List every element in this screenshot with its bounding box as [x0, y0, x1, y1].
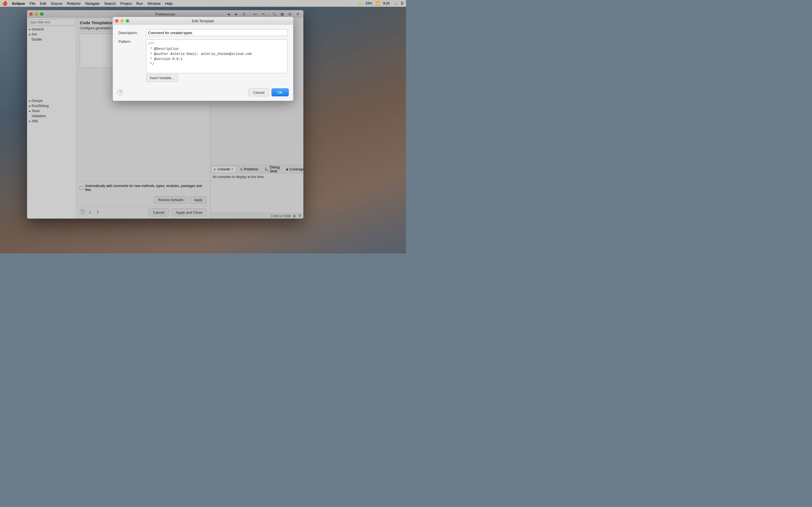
description-label: Description: — [118, 31, 144, 35]
wifi-icon: 📶 — [375, 1, 380, 5]
pattern-textarea[interactable]: /** * @Description * @author Asteria Ema… — [146, 40, 288, 73]
menubar: 🍎 Eclipse File Edit Source Refactor Navi… — [0, 0, 406, 7]
menu-source[interactable]: Source — [51, 1, 62, 6]
dialog-minimize-btn[interactable] — [120, 19, 124, 22]
dialog-titlebar: Edit Template — [113, 17, 293, 25]
control-center-icon[interactable]: ☰ — [401, 1, 404, 5]
menu-help[interactable]: Help — [165, 1, 172, 6]
menu-window[interactable]: Window — [147, 1, 160, 6]
dialog-cancel-button[interactable]: Cancel — [248, 89, 269, 96]
app-name[interactable]: Eclipse — [12, 1, 25, 6]
menu-project[interactable]: Project — [120, 1, 132, 6]
dialog-btn-group: Cancel OK — [248, 89, 289, 96]
help-symbol: ? — [119, 91, 121, 94]
menu-run[interactable]: Run — [136, 1, 143, 6]
insert-variable-container: Insert Variable... — [146, 74, 288, 82]
dialog-help-icon[interactable]: ? — [117, 90, 123, 95]
pattern-label-row: Pattern: /** * @Description * @author As… — [118, 40, 288, 73]
clock: 9:24 — [383, 1, 390, 5]
dialog-maximize-btn[interactable] — [126, 19, 129, 22]
insert-variable-button[interactable]: Insert Variable... — [146, 74, 177, 82]
search-icon[interactable]: 🔍 — [393, 1, 397, 5]
description-input[interactable] — [146, 29, 288, 36]
edit-template-dialog: Edit Template Description: Pattern: /** … — [113, 17, 293, 101]
description-field: Description: — [118, 29, 288, 36]
dialog-content: Description: Pattern: /** * @Description… — [113, 25, 293, 86]
menubar-right: 🔋 33% 📶 9:24 🔍 ☰ — [358, 1, 404, 5]
menu-refactor[interactable]: Refactor — [67, 1, 81, 6]
apple-menu[interactable]: 🍎 — [2, 1, 8, 6]
pattern-container: Pattern: /** * @Description * @author As… — [118, 40, 288, 82]
dialog-ok-button[interactable]: OK — [271, 89, 289, 96]
menu-file[interactable]: File — [30, 1, 36, 6]
dialog-title: Edit Template — [192, 19, 214, 23]
menu-edit[interactable]: Edit — [40, 1, 46, 6]
menu-navigate[interactable]: Navigate — [85, 1, 100, 6]
dialog-buttons: ? Cancel OK — [113, 86, 293, 101]
menu-search[interactable]: Search — [104, 1, 116, 6]
dialog-close-btn[interactable] — [115, 19, 118, 22]
battery-percent: 33% — [365, 1, 372, 5]
dialog-controls — [115, 19, 129, 22]
pattern-label: Pattern: — [118, 40, 144, 73]
menubar-left: 🍎 Eclipse File Edit Source Refactor Navi… — [2, 1, 172, 6]
battery-icon: 🔋 — [358, 1, 362, 5]
dialog-overlay: Edit Template Description: Pattern: /** … — [0, 0, 406, 253]
